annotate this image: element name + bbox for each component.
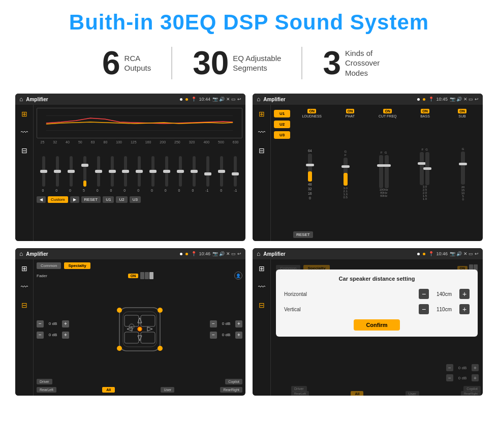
fader-btn-rearright[interactable]: RearRight	[220, 387, 242, 393]
xover-on-sub[interactable]: ON	[458, 109, 466, 113]
fader-control-row: Fader ON 👤	[37, 272, 242, 280]
xover-fader-loudness[interactable]	[308, 154, 312, 182]
fader-btn-driver[interactable]: Driver	[37, 379, 52, 384]
fader-tab-common[interactable]: Common	[37, 262, 61, 269]
eq-u3-btn[interactable]: U3	[130, 196, 141, 203]
xover-fader-sub[interactable]	[461, 152, 465, 185]
db-minus-fr[interactable]: −	[210, 320, 217, 327]
stat-number-rca: 6	[102, 47, 120, 79]
eq-graph	[37, 108, 242, 138]
dist-sidebar-icon-3[interactable]: ⊟	[259, 301, 265, 309]
db-minus-fl[interactable]: −	[37, 320, 44, 327]
eq-custom-btn[interactable]: Custom	[48, 196, 68, 203]
eq-slider-1[interactable]	[42, 156, 45, 187]
db-group-rr: − 0 dB +	[210, 332, 242, 339]
fader-btn-all[interactable]: All	[102, 387, 115, 393]
dist-horizontal-plus[interactable]: +	[459, 289, 470, 299]
stat-label-eq: EQ Adjustable Segments	[233, 53, 281, 73]
dist-vertical-ctrl[interactable]: − 110cm +	[419, 304, 470, 314]
xover-fader-cutfreq-g[interactable]	[385, 155, 389, 188]
fader-on-toggle[interactable]: ON	[128, 274, 139, 278]
fader-label: Fader	[37, 274, 47, 278]
eq-slider-5[interactable]	[97, 156, 100, 187]
eq-sidebar-icon-3[interactable]: ⊟	[21, 146, 27, 155]
dist-vertical-plus[interactable]: +	[459, 304, 470, 314]
xover-on-bass[interactable]: ON	[421, 109, 429, 113]
xover-fader-bass-g[interactable]	[425, 152, 429, 185]
xover-sidebar-icon-3[interactable]: ⊟	[259, 146, 265, 155]
dist-status-dot-w	[417, 253, 420, 255]
svg-point-10	[117, 308, 122, 313]
eq-slider-10[interactable]	[165, 156, 168, 187]
stat-rca: 6 RCA Outputs	[82, 47, 172, 79]
fader-btn-copilot[interactable]: Copilot	[225, 379, 242, 384]
xover-screenshot: ⌂ Amplifier 📍 10:45 📷 🔊 ✕ ▭ ↩ ⊞ 〰 ⊟	[253, 94, 483, 241]
eq-play-btn[interactable]: ▶	[70, 196, 79, 203]
xover-preset-u1[interactable]: U1	[274, 110, 290, 117]
eq-slider-2[interactable]	[56, 156, 59, 187]
dist-vertical-minus[interactable]: −	[419, 304, 429, 314]
db-plus-rr[interactable]: +	[235, 332, 242, 339]
dist-horizontal-minus[interactable]: −	[419, 289, 429, 299]
confirm-button[interactable]: Confirm	[354, 319, 399, 331]
xover-fader-phat[interactable]	[344, 158, 348, 186]
dist-bg-rearleft-btn: RearLeft	[291, 391, 309, 396]
dist-main-area: Common Specialty ON	[271, 259, 483, 396]
stat-number-crossover: 3	[323, 47, 341, 79]
db-plus-fr[interactable]: +	[235, 320, 242, 327]
dist-bg-user-btn: User	[406, 391, 419, 396]
fader-tab-specialty[interactable]: Specialty	[64, 262, 90, 269]
eq-slider-8[interactable]	[138, 156, 141, 187]
xover-sidebar-icon-2[interactable]: 〰	[258, 128, 265, 136]
distance-dialog: Car speaker distance setting Horizontal …	[276, 270, 478, 337]
svg-point-11	[158, 308, 163, 313]
eq-slider-13[interactable]	[206, 156, 209, 187]
fader-tabs[interactable]: Common Specialty	[37, 262, 242, 269]
eq-slider-14[interactable]	[220, 156, 223, 187]
xover-sidebar-icon-1[interactable]: ⊞	[259, 110, 265, 118]
dist-sidebar-icon-1[interactable]: ⊞	[259, 264, 265, 273]
xover-ch-loudness: ON LOUDNESS	[302, 109, 322, 118]
fader-sidebar-icon-1[interactable]: ⊞	[21, 264, 27, 273]
eq-slider-15[interactable]	[234, 156, 237, 187]
eq-sidebar-icon-1[interactable]: ⊞	[21, 110, 27, 118]
fader-btn-user[interactable]: User	[161, 387, 174, 393]
xover-on-phat[interactable]: ON	[346, 109, 355, 113]
eq-controls[interactable]: ◀ Custom ▶ RESET U1 U2 U3	[37, 196, 242, 203]
eq-status-bar: ⌂ Amplifier 📍 10:44 📷 🔊 ✕ ▭ ↩	[15, 94, 245, 105]
xover-fader-cutfreq-f[interactable]	[379, 155, 383, 188]
fader-btn-rearleft[interactable]: RearLeft	[37, 387, 56, 393]
xover-on-cutfreq[interactable]: ON	[383, 109, 392, 113]
xover-preset-u2[interactable]: U2	[274, 121, 290, 128]
xover-reset-btn[interactable]: RESET	[293, 231, 313, 238]
db-minus-rl[interactable]: −	[37, 332, 44, 339]
eq-slider-7[interactable]	[124, 156, 127, 187]
dist-home-icon: ⌂	[257, 250, 260, 257]
eq-slider-12[interactable]	[193, 156, 196, 187]
db-plus-fl[interactable]: +	[62, 320, 69, 327]
eq-u1-btn[interactable]: U1	[103, 196, 114, 203]
dist-sidebar-icon-2[interactable]: 〰	[258, 283, 265, 291]
xover-on-loudness[interactable]: ON	[307, 109, 316, 113]
svg-rect-6	[141, 315, 155, 326]
fader-sidebar-icon-3[interactable]: ⊟	[21, 301, 27, 309]
eq-slider-11[interactable]	[179, 156, 182, 187]
eq-slider-3[interactable]	[70, 156, 73, 187]
svg-point-12	[117, 346, 122, 351]
eq-slider-6[interactable]	[111, 156, 114, 187]
eq-u2-btn[interactable]: U2	[116, 196, 127, 203]
eq-reset-btn[interactable]: RESET	[81, 196, 101, 203]
db-minus-rr[interactable]: −	[210, 332, 217, 339]
fader-bottom-row1: Driver Copilot	[37, 379, 242, 384]
eq-slider-4[interactable]	[83, 156, 86, 187]
dist-screenshot: ⌂ Amplifier 📍 10:46 📷 🔊 ✕ ▭ ↩ ⊞ 〰 ⊟	[253, 248, 483, 396]
dist-horizontal-ctrl[interactable]: − 140cm +	[419, 289, 470, 299]
eq-slider-9[interactable]	[151, 156, 154, 187]
eq-prev-btn[interactable]: ◀	[37, 196, 46, 203]
xover-preset-u3[interactable]: U3	[274, 131, 290, 139]
db-plus-rl[interactable]: +	[62, 332, 69, 339]
dist-horizontal-row: Horizontal − 140cm +	[284, 289, 470, 299]
eq-sidebar-icon-2[interactable]: 〰	[21, 128, 28, 136]
page-title: Buith-in 30EQ DSP Sound System	[15, 10, 483, 35]
fader-sidebar-icon-2[interactable]: 〰	[21, 283, 28, 291]
